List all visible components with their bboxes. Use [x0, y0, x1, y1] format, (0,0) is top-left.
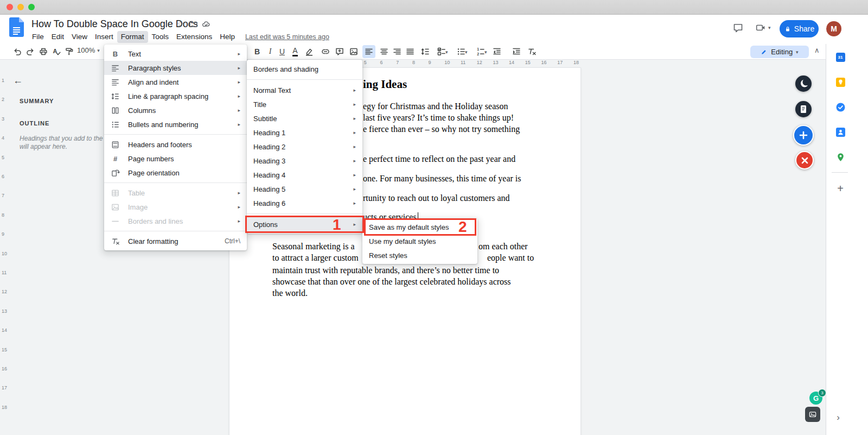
insert-link-icon[interactable] [319, 45, 332, 58]
menu-item-columns[interactable]: Columns▸ [104, 103, 247, 117]
document-title[interactable]: How To Double Space In Google Docs [31, 18, 198, 30]
share-button[interactable]: Share [780, 20, 819, 37]
menu-item-borders-lines: Borders and lines▸ [104, 214, 247, 228]
insert-image-icon[interactable] [347, 45, 360, 58]
align-right-icon[interactable] [391, 45, 404, 58]
document-text-fragment: maintain trust with reputable brands, an… [272, 266, 499, 275]
submenu-arrow-icon: ▸ [353, 116, 356, 121]
maps-icon[interactable] [834, 150, 847, 163]
menu-item-borders-shading[interactable]: Borders and shading [247, 62, 362, 76]
menu-item-heading-2[interactable]: Heading 2▸ [247, 140, 362, 154]
ruler-number: 8 [2, 212, 4, 218]
dark-mode-icon[interactable] [795, 75, 812, 92]
menu-item-align-indent[interactable]: Align and indent▸ [104, 75, 247, 89]
contacts-icon[interactable] [834, 125, 847, 138]
menubar: File Edit View Insert Format Tools Exten… [28, 31, 329, 43]
submenu-arrow-icon: ▸ [353, 172, 356, 178]
menu-item-heading-1[interactable]: Heading 1▸ [247, 125, 362, 140]
google-docs-logo-icon[interactable] [9, 17, 24, 37]
comments-icon[interactable] [732, 22, 744, 34]
borders-lines-icon [111, 217, 120, 226]
menu-item-heading-4[interactable]: Heading 4▸ [247, 168, 362, 182]
close-window-button[interactable] [7, 4, 13, 10]
menu-item-text[interactable]: B Text▸ [104, 47, 247, 61]
ruler-number: 11 [2, 270, 7, 275]
paint-format-icon[interactable] [63, 45, 76, 58]
spelling-check-icon[interactable]: A [50, 45, 63, 58]
redo-icon[interactable] [24, 45, 37, 58]
menu-item-page-orientation[interactable]: Page orientation [104, 166, 247, 180]
zoom-window-button[interactable] [28, 4, 35, 10]
decrease-indent-icon[interactable] [490, 45, 503, 58]
avatar[interactable]: M [826, 21, 841, 36]
menu-item-subtitle[interactable]: Subtitle▸ [247, 111, 362, 125]
menu-item-heading-3[interactable]: Heading 3▸ [247, 154, 362, 168]
video-call-icon[interactable]: ▾ [755, 22, 771, 33]
menubar-extensions[interactable]: Extensions [173, 31, 216, 43]
ruler-number: 4 [2, 135, 4, 141]
align-left-icon[interactable] [362, 45, 375, 58]
last-edit-link[interactable]: Last edit was 5 minutes ago [245, 31, 329, 43]
vertical-ruler[interactable]: 123456789101112131415161718 [0, 59, 7, 435]
close-outline-icon[interactable]: ← [13, 75, 23, 86]
menu-item-use-default-styles[interactable]: Use my default styles [362, 234, 477, 248]
ruler-number: 3 [2, 116, 4, 122]
menu-item-line-spacing[interactable]: Line & paragraph spacing▸ [104, 89, 247, 103]
editing-mode-button[interactable]: Editing ▾ [750, 46, 809, 58]
justify-icon[interactable] [404, 45, 417, 58]
notes-icon[interactable] [795, 101, 812, 117]
show-side-panel-icon[interactable]: › [832, 411, 845, 424]
menu-item-paragraph-styles[interactable]: Paragraph styles▸ [104, 61, 247, 75]
menu-item-clear-formatting[interactable]: Clear formatting Ctrl+\ [104, 234, 247, 248]
menubar-help[interactable]: Help [216, 31, 239, 43]
ruler-number: 16 [2, 366, 7, 371]
menu-item-headers-footers[interactable]: Headers and footers [104, 137, 247, 152]
tasks-icon[interactable] [834, 100, 847, 114]
add-icon[interactable] [793, 125, 814, 146]
menubar-edit[interactable]: Edit [48, 31, 68, 43]
menu-item-reset-styles[interactable]: Reset styles [362, 248, 477, 262]
menubar-tools[interactable]: Tools [148, 31, 173, 43]
hide-menus-icon[interactable]: ∧ [814, 46, 820, 54]
menu-item-normal-text[interactable]: Normal Text▸ [247, 83, 362, 97]
numbered-list-icon[interactable]: 12▾ [474, 45, 487, 58]
increase-indent-icon[interactable] [510, 45, 523, 58]
menu-item-heading-6[interactable]: Heading 6▸ [247, 196, 362, 210]
zoom-control[interactable]: 100% ▾ [77, 46, 100, 54]
submenu-arrow-icon: ▸ [353, 144, 356, 149]
underline-icon[interactable]: U [276, 45, 289, 58]
ruler-number: 13 [2, 308, 7, 314]
menu-item-page-numbers[interactable]: # Page numbers [104, 152, 247, 166]
menu-item-table: Table▸ [104, 186, 247, 200]
align-center-icon[interactable] [378, 45, 391, 58]
bulleted-list-icon[interactable]: ▾ [455, 45, 468, 58]
menubar-insert[interactable]: Insert [91, 31, 117, 43]
add-comment-icon[interactable] [333, 45, 346, 58]
page-orientation-icon [111, 168, 120, 178]
text-color-icon[interactable]: A [289, 45, 302, 58]
undo-icon[interactable] [11, 45, 24, 58]
cloud-saved-icon[interactable] [202, 21, 210, 28]
menubar-file[interactable]: File [28, 31, 48, 43]
move-folder-icon[interactable] [189, 21, 197, 28]
highlight-color-icon[interactable] [303, 45, 316, 58]
get-add-ons-button[interactable]: + [834, 182, 847, 195]
menubar-format[interactable]: Format [117, 31, 148, 43]
menu-item-heading-5[interactable]: Heading 5▸ [247, 182, 362, 196]
screen-capture-widget[interactable] [805, 407, 820, 422]
menubar-view[interactable]: View [68, 31, 91, 43]
print-icon[interactable] [37, 45, 50, 58]
line-spacing-icon[interactable] [419, 45, 432, 58]
keep-icon[interactable] [834, 75, 847, 89]
calendar-icon[interactable]: 31 [834, 51, 847, 64]
clear-formatting-icon[interactable] [525, 45, 538, 58]
close-icon[interactable] [795, 151, 814, 169]
minimize-window-button[interactable] [17, 4, 24, 10]
bold-icon[interactable]: B [251, 45, 264, 58]
star-icon[interactable]: ☆ [177, 20, 184, 28]
menu-item-title[interactable]: Title▸ [247, 97, 362, 111]
menu-item-bullets-numbering[interactable]: Bullets and numbering▸ [104, 117, 247, 131]
checklist-icon[interactable]: ▾ [435, 45, 448, 58]
italic-icon[interactable]: I [264, 45, 277, 58]
ruler-number: 13 [493, 60, 498, 65]
